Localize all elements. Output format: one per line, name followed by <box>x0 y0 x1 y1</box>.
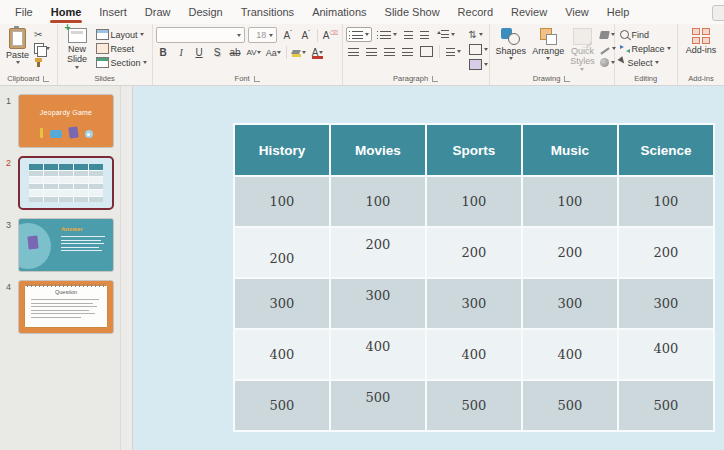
cell-science-500[interactable]: 500 <box>619 381 713 430</box>
replace-button[interactable]: Replace <box>618 42 673 55</box>
cell-music-500[interactable]: 500 <box>523 381 617 430</box>
paragraph-dialog-launcher-icon[interactable] <box>432 76 438 82</box>
drawing-dialog-launcher-icon[interactable] <box>564 76 570 82</box>
select-button[interactable]: Select <box>618 56 673 69</box>
cell-music-200[interactable]: 200 <box>523 228 617 277</box>
menu-tab-design[interactable]: Design <box>179 0 231 24</box>
cut-button[interactable]: ✂ <box>32 28 52 41</box>
decrease-indent-button[interactable] <box>402 28 415 41</box>
cell-history-200[interactable]: 200 <box>235 228 329 277</box>
cell-sports-200[interactable]: 200 <box>427 228 521 277</box>
align-center-button[interactable] <box>364 45 379 58</box>
change-case-button[interactable]: Aa <box>265 46 282 59</box>
menu-tab-record[interactable]: Record <box>449 0 502 24</box>
menu-tab-file[interactable]: File <box>6 0 42 24</box>
menu-tab-draw[interactable]: Draw <box>136 0 180 24</box>
section-button[interactable]: Section <box>94 56 149 69</box>
text-direction-button[interactable]: ⇅ <box>467 28 490 41</box>
cell-science-300[interactable]: 300 <box>619 279 713 328</box>
slide-canvas[interactable]: History Movies Sports Music Science 100 … <box>133 86 724 450</box>
header-music[interactable]: Music <box>523 125 617 175</box>
cell-movies-400[interactable]: 400 <box>331 330 425 379</box>
cell-history-100[interactable]: 100 <box>235 177 329 226</box>
shrink-font-button[interactable]: Aˇ <box>298 29 313 42</box>
cell-science-100[interactable]: 100 <box>619 177 713 226</box>
copy-icon <box>34 43 44 54</box>
clear-formatting-button[interactable]: A⌫ <box>322 29 338 42</box>
find-button[interactable]: Find <box>618 28 673 41</box>
copy-button[interactable] <box>32 42 52 55</box>
align-center-icon <box>366 48 377 56</box>
font-color-button[interactable]: A <box>310 46 325 59</box>
menu-tab-view[interactable]: View <box>556 0 598 24</box>
clipboard-dialog-launcher-icon[interactable] <box>43 76 49 82</box>
cell-sports-300[interactable]: 300 <box>427 279 521 328</box>
cell-movies-500[interactable]: 500 <box>331 381 425 430</box>
menubar-right-button[interactable] <box>712 5 724 21</box>
menu-tab-animations[interactable]: Animations <box>303 0 375 24</box>
convert-smartart-button[interactable] <box>467 58 490 71</box>
increase-indent-button[interactable] <box>418 28 431 41</box>
header-movies[interactable]: Movies <box>331 125 425 175</box>
new-slide-button[interactable]: New Slide <box>61 27 94 70</box>
cell-music-100[interactable]: 100 <box>523 177 617 226</box>
quick-styles-button[interactable]: Quick Styles <box>567 27 598 72</box>
paste-button[interactable]: Paste <box>3 27 32 65</box>
chevron-down-icon <box>237 34 241 37</box>
add-remove-columns-button[interactable] <box>444 45 463 58</box>
menu-tab-home[interactable]: Home <box>42 0 91 24</box>
character-spacing-button[interactable]: AV <box>246 46 262 59</box>
header-history[interactable]: History <box>235 125 329 175</box>
cell-sports-500[interactable]: 500 <box>427 381 521 430</box>
menu-tab-transitions[interactable]: Transitions <box>232 0 303 24</box>
cell-sports-100[interactable]: 100 <box>427 177 521 226</box>
columns-button[interactable] <box>418 45 435 58</box>
slide-thumbnail-1[interactable]: Jeopardy Game <box>18 94 114 148</box>
font-name-select[interactable] <box>156 27 246 43</box>
text-shadow-button[interactable]: S <box>210 46 225 59</box>
bold-button[interactable]: B <box>156 46 171 59</box>
line-spacing-button[interactable] <box>434 28 457 41</box>
cell-movies-200[interactable]: 200 <box>331 228 425 277</box>
slide-thumbnail-3[interactable]: Answer <box>18 218 114 272</box>
slide-thumbnail-4[interactable]: Question <box>18 280 114 334</box>
cell-science-400[interactable]: 400 <box>619 330 713 379</box>
cell-history-400[interactable]: 400 <box>235 330 329 379</box>
cell-music-300[interactable]: 300 <box>523 279 617 328</box>
layout-button[interactable]: Layout <box>94 28 149 41</box>
strikethrough-button[interactable]: ab <box>228 46 243 59</box>
cell-movies-300[interactable]: 300 <box>331 279 425 328</box>
text-highlight-button[interactable] <box>291 46 307 59</box>
cell-sports-400[interactable]: 400 <box>427 330 521 379</box>
slide-thumbnail-2-selected[interactable] <box>18 156 114 210</box>
menu-tab-help[interactable]: Help <box>598 0 639 24</box>
cell-movies-100[interactable]: 100 <box>331 177 425 226</box>
font-dialog-launcher-icon[interactable] <box>254 76 260 82</box>
addins-button[interactable]: Add-ins <box>683 27 720 56</box>
shapes-button[interactable]: Shapes <box>493 27 530 61</box>
italic-button[interactable]: I <box>174 46 189 59</box>
cell-science-200[interactable]: 200 <box>619 228 713 277</box>
cell-music-400[interactable]: 400 <box>523 330 617 379</box>
arrange-button[interactable]: Arrange <box>529 27 567 61</box>
justify-button[interactable] <box>400 45 415 58</box>
align-left-button[interactable] <box>346 45 361 58</box>
menu-tab-slideshow[interactable]: Slide Show <box>376 0 449 24</box>
menu-tab-insert[interactable]: Insert <box>90 0 136 24</box>
reset-button[interactable]: Reset <box>94 42 149 55</box>
align-text-button[interactable] <box>467 43 490 56</box>
format-painter-button[interactable] <box>32 56 52 69</box>
bullets-button[interactable] <box>346 27 372 42</box>
align-right-button[interactable] <box>382 45 397 58</box>
grow-font-button[interactable]: Aˆ <box>280 29 295 42</box>
panel-divider[interactable] <box>120 86 133 450</box>
cell-history-500[interactable]: 500 <box>235 381 329 430</box>
underline-button[interactable]: U <box>192 46 207 59</box>
numbering-button[interactable] <box>375 28 399 41</box>
jeopardy-table: History Movies Sports Music Science 100 … <box>233 123 715 432</box>
menu-tab-review[interactable]: Review <box>502 0 556 24</box>
header-sports[interactable]: Sports <box>427 125 521 175</box>
header-science[interactable]: Science <box>619 125 713 175</box>
cell-history-300[interactable]: 300 <box>235 279 329 328</box>
font-size-select[interactable]: 18 <box>248 27 277 43</box>
